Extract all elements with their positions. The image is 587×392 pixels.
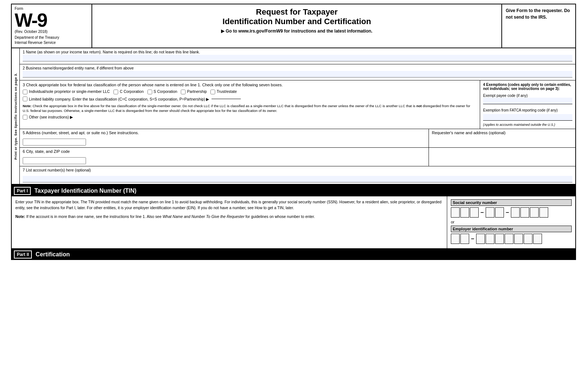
form-fields: 1 Name (as shown on your income tax retu… [20, 48, 575, 184]
cb-trust-label: Trust/estate [217, 89, 237, 94]
ein-box7[interactable] [514, 234, 523, 244]
exempt-payee-input[interactable] [483, 98, 572, 104]
ssn-box7[interactable] [520, 207, 529, 218]
line6-label: 6 City, state, and ZIP code [23, 149, 426, 154]
part1-header: Part I Taxpayer Identification Number (T… [11, 185, 576, 196]
ein-box1[interactable] [451, 234, 460, 244]
cb-trust-input[interactable] [210, 90, 215, 94]
line2-label: 2 Business name/disregarded entity name,… [23, 66, 572, 70]
cb-trust: Trust/estate [210, 89, 237, 94]
cb-individual-input[interactable] [23, 90, 27, 94]
cb-s-corp: S Corporation [147, 89, 177, 94]
ssn-group1 [451, 207, 479, 218]
header-right: Give Form to the requester. Do not send … [502, 4, 575, 48]
cb-partnership-input[interactable] [181, 90, 186, 94]
part1-left: Enter your TIN in the appropriate box. T… [12, 196, 447, 248]
ein-box4[interactable] [486, 234, 494, 244]
cb-s-corp-input[interactable] [147, 90, 152, 94]
ssn-box2[interactable] [460, 207, 469, 218]
llc-line [212, 99, 241, 99]
cb-s-corp-label: S Corporation [154, 89, 177, 94]
ein-box9[interactable] [533, 234, 542, 244]
ssn-dash1: – [479, 209, 485, 216]
ein-dash: – [470, 235, 475, 242]
checkboxes-row: Individual/sole proprietor or single-mem… [23, 89, 477, 94]
cb-individual: Individual/sole proprietor or single-mem… [23, 89, 110, 94]
cb-partnership: Partnership [181, 89, 207, 94]
ein-box2[interactable] [460, 234, 469, 244]
exempt-payee-label: Exempt payee code (if any) [483, 94, 572, 98]
ein-box8[interactable] [524, 234, 532, 244]
line3-label: 3 Check appropriate box for federal tax … [23, 83, 477, 87]
line5-area: 5 Address (number, street, and apt. or s… [20, 129, 575, 148]
part1-right: Social security number – – [447, 196, 575, 248]
row3-left: 3 Check appropriate box for federal tax … [20, 80, 480, 129]
cb-partnership-label: Partnership [187, 89, 207, 94]
cb-c-corp: C Corporation [113, 89, 143, 94]
line1-row: 1 Name (as shown on your income tax retu… [20, 48, 575, 64]
other-label: Other (see instructions) ▶ [29, 115, 73, 119]
form-body: Print or type. See Specific Instructions… [11, 48, 576, 185]
line7-row: 7 List account number(s) here (optional) [20, 166, 575, 184]
line7-label: 7 List account number(s) here (optional) [23, 168, 572, 172]
ssn-box5[interactable] [495, 207, 504, 218]
or-label: or [451, 220, 572, 224]
ssn-group2 [486, 207, 504, 218]
fatca-label: Exemption from FATCA reporting code (if … [483, 108, 572, 113]
line1-input[interactable] [23, 55, 572, 61]
line6-left: 6 City, state, and ZIP code [20, 148, 429, 166]
ssn-box9[interactable] [539, 207, 548, 218]
part1-title: Taxpayer Identification Number (TIN) [34, 188, 137, 194]
cb-llc-input[interactable] [23, 97, 27, 101]
sidebar: Print or type. See Specific Instructions… [12, 48, 20, 184]
form-rev: (Rev. October 2018) [15, 30, 89, 34]
cb-individual-label: Individual/sole proprietor or single-mem… [29, 89, 110, 94]
ein-box5[interactable] [495, 234, 504, 244]
line6-input[interactable] [23, 157, 86, 164]
cb-other-input[interactable] [23, 115, 27, 120]
part2-header: Part II Certification [11, 249, 576, 260]
ssn-box3[interactable] [470, 207, 479, 218]
ssn-dash2: – [505, 209, 510, 216]
ssn-box1[interactable] [451, 207, 460, 218]
requester-label: Requester's name and address (optional) [432, 131, 572, 135]
ein-label: Employer identification number [451, 226, 572, 232]
line5-input[interactable] [23, 139, 86, 146]
ein-group1 [451, 234, 469, 244]
title-line1: Request for Taxpayer [100, 7, 494, 17]
note-text: Note: Check the appropriate box in the l… [23, 103, 477, 113]
part1-body: Enter your TIN in the appropriate box. T… [11, 196, 576, 249]
fatca-input[interactable] [483, 114, 572, 121]
line6-area: 6 City, state, and ZIP code [20, 148, 575, 166]
fatca-note: (Applies to accounts maintained outside … [483, 123, 572, 127]
ein-boxes: – [451, 234, 572, 244]
line2-input[interactable] [23, 71, 572, 78]
line5-left: 5 Address (number, street, and apt. or s… [20, 129, 429, 147]
form-number: W-9 [15, 11, 89, 30]
cb-c-corp-input[interactable] [113, 90, 118, 94]
header-left: Form W-9 (Rev. October 2018) Department … [12, 4, 92, 48]
ein-box6[interactable] [505, 234, 513, 244]
other-row: Other (see instructions) ▶ [23, 115, 477, 120]
ssn-box6[interactable] [511, 207, 520, 218]
sidebar-text: Print or type. See Specific Instructions… [14, 73, 18, 160]
form-department: Department of the Treasury Internal Reve… [15, 35, 89, 45]
part2-badge: Part II [14, 250, 32, 259]
line6-right [429, 148, 575, 166]
ssn-boxes: – – [451, 207, 572, 218]
ssn-group3 [511, 207, 548, 218]
line7-input[interactable] [23, 176, 572, 182]
ssn-label: Social security number [451, 199, 572, 206]
ein-box3[interactable] [476, 234, 485, 244]
ssn-box4[interactable] [486, 207, 494, 218]
line4-label: 4 Exemptions (codes apply only to certai… [483, 83, 572, 91]
title-url: ▶ Go to www.irs.gov/FormW9 for instructi… [100, 29, 494, 34]
ssn-box8[interactable] [530, 207, 539, 218]
form-header: Form W-9 (Rev. October 2018) Department … [11, 4, 576, 48]
title-line2: Identification Number and Certification [100, 17, 494, 26]
line2-row: 2 Business name/disregarded entity name,… [20, 64, 575, 80]
llc-label: Limited liability company. Enter the tax… [29, 97, 209, 101]
row3-area: 3 Check appropriate box for federal tax … [20, 80, 575, 129]
line1-label: 1 Name (as shown on your income tax retu… [23, 50, 572, 54]
llc-row: Limited liability company. Enter the tax… [23, 97, 477, 101]
